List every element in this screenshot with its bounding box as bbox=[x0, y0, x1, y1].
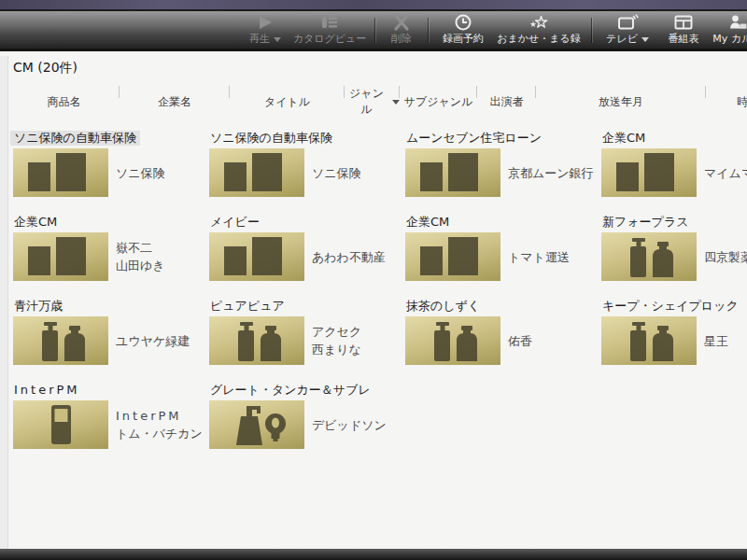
catalog-item[interactable]: 企業CM トマト運送 bbox=[405, 215, 601, 299]
catalog-item[interactable]: 青汁万歳 ユウヤケ緑建 bbox=[13, 299, 209, 383]
buildings-thumbnail[interactable] bbox=[601, 148, 697, 197]
item-company-line: デビッドソン bbox=[312, 416, 387, 434]
item-company-line: マイムマイ bbox=[704, 164, 747, 182]
buildings-thumbnail[interactable] bbox=[209, 232, 304, 281]
catalog-item[interactable]: メイビー あわわ不動産 bbox=[209, 215, 405, 299]
column-header-label: ジャンル bbox=[345, 86, 388, 118]
column-header-label: 時間 bbox=[737, 94, 747, 110]
clock-icon bbox=[452, 12, 474, 33]
buildings-thumbnail[interactable] bbox=[13, 232, 108, 281]
item-company-line: 佑香 bbox=[508, 332, 532, 350]
column-header-time[interactable]: 時間 bbox=[706, 83, 747, 121]
toolbar-button-catalog-view[interactable]: カタログビュー bbox=[290, 11, 369, 49]
toolbar-button-record-reserve[interactable]: 録画予約 bbox=[434, 11, 492, 49]
item-company: 佑香 bbox=[508, 332, 532, 350]
item-body: ソニ保険 bbox=[13, 148, 209, 197]
catalog-item[interactable]: ピュアピュア アクセク西まりな bbox=[209, 299, 405, 383]
toolbar-separator bbox=[428, 18, 429, 43]
bottles-thumbnail[interactable] bbox=[209, 316, 304, 365]
item-company: ユウヤケ緑建 bbox=[116, 332, 190, 350]
tv-icon bbox=[616, 12, 639, 33]
page-title: CM (20件) bbox=[13, 60, 747, 77]
play-icon bbox=[254, 12, 276, 33]
item-company: InterPMトム・バチカン bbox=[116, 407, 203, 442]
column-header-broadcast[interactable]: 放送年月 bbox=[536, 83, 706, 121]
column-header-product[interactable]: 商品名 bbox=[8, 83, 120, 121]
item-title: 企業CM bbox=[14, 215, 57, 230]
item-company-line: ユウヤケ緑建 bbox=[116, 332, 190, 350]
item-company: デビッドソン bbox=[312, 416, 387, 434]
catalog-item[interactable]: ムーンセブン住宅ローン 京都ムーン銀行 bbox=[405, 131, 601, 215]
column-header-company[interactable]: 企業名 bbox=[120, 83, 230, 121]
item-body: デビッドソン bbox=[209, 400, 405, 449]
chevron-down-icon bbox=[641, 37, 649, 42]
toolbar-button-label: 録画予約 bbox=[443, 34, 484, 45]
toolbar-button-tv[interactable]: テレビ bbox=[598, 11, 657, 49]
guide-grid-icon bbox=[672, 12, 695, 33]
catalog-item[interactable]: InterPM InterPMトム・バチカン bbox=[13, 383, 209, 467]
bottles-thumbnail[interactable] bbox=[13, 316, 108, 365]
window-left-frame bbox=[0, 56, 8, 549]
item-company: ソニ保険 bbox=[116, 164, 165, 182]
item-title: グレート・タンカー＆サブレ bbox=[210, 383, 371, 398]
item-company: ソニ保険 bbox=[312, 164, 361, 182]
phone-thumbnail[interactable] bbox=[13, 400, 108, 449]
items-grid: ソニ保険の自動車保険 ソニ保険 ソニ保険の自動車保険 ソニ保険 ムーンセブン住宅… bbox=[13, 131, 747, 467]
column-header-subgenre[interactable]: サブジャンル bbox=[400, 83, 477, 121]
column-header-performer[interactable]: 出演者 bbox=[477, 83, 536, 121]
item-title: キープ・シェイプロック bbox=[602, 299, 739, 314]
item-company-line: 京都ムーン銀行 bbox=[508, 164, 594, 182]
column-header-genre[interactable]: ジャンル bbox=[345, 83, 400, 121]
window-top-strip bbox=[0, 0, 747, 9]
catalog-item[interactable]: 企業CM マイムマイ bbox=[601, 131, 747, 215]
catalog-item[interactable]: 抹茶のしずく 佑香 bbox=[405, 299, 601, 383]
toolbar-separator bbox=[374, 18, 375, 43]
buildings-thumbnail[interactable] bbox=[405, 232, 500, 281]
item-title: ソニ保険の自動車保険 bbox=[210, 131, 332, 146]
item-company: 四京製薬 bbox=[704, 248, 747, 266]
bottles-thumbnail[interactable] bbox=[601, 232, 697, 281]
catalog-item[interactable]: グレート・タンカー＆サブレ デビッドソン bbox=[209, 383, 405, 467]
column-header-label: 放送年月 bbox=[599, 94, 643, 110]
item-body: 佑香 bbox=[405, 316, 601, 365]
column-header-label: 商品名 bbox=[48, 94, 81, 110]
toolbar-button-delete[interactable]: 削除 bbox=[381, 11, 422, 49]
item-title: 企業CM bbox=[602, 131, 645, 146]
bottles-thumbnail[interactable] bbox=[601, 316, 697, 365]
content-area: CM (20件) 商品名 企業名 タイトル ジャンル サブジャンル 出演者 放送… bbox=[8, 56, 747, 549]
toolbar-button-play[interactable]: 再生 bbox=[240, 11, 290, 49]
catalog-item[interactable]: 新フォープラス 四京製薬 bbox=[601, 215, 747, 299]
person-icon bbox=[726, 12, 747, 33]
item-company: マイムマイ bbox=[704, 164, 747, 182]
catalog-item[interactable]: ソニ保険の自動車保険 ソニ保険 bbox=[13, 131, 209, 215]
item-company-line: 嶽不二 bbox=[116, 239, 165, 257]
item-body: 四京製薬 bbox=[601, 232, 747, 281]
catalog-item[interactable]: ソニ保険の自動車保険 ソニ保険 bbox=[209, 131, 405, 215]
toolbar-button-label: 番組表 bbox=[669, 34, 699, 45]
column-header-title[interactable]: タイトル bbox=[230, 83, 345, 121]
column-header-label: 企業名 bbox=[158, 94, 191, 110]
catalog-item[interactable]: キープ・シェイプロック 星王 bbox=[601, 299, 747, 383]
stars-icon bbox=[528, 12, 550, 33]
catalog-item[interactable]: 企業CM 嶽不二山田ゆき bbox=[13, 215, 209, 299]
buildings-thumbnail[interactable] bbox=[405, 148, 500, 197]
chevron-down-icon bbox=[274, 37, 281, 42]
toolbar-button-omakase-maruroku[interactable]: おまかせ・まる録 bbox=[492, 11, 585, 49]
item-company-line: トム・バチカン bbox=[116, 425, 203, 442]
item-body: マイムマイ bbox=[601, 148, 747, 197]
buildings-thumbnail[interactable] bbox=[13, 148, 108, 197]
item-body: 星王 bbox=[601, 316, 747, 365]
delete-icon bbox=[390, 12, 413, 33]
window-bottom-bar bbox=[0, 549, 747, 560]
item-company: 京都ムーン銀行 bbox=[508, 164, 594, 182]
item-company-line: 山田ゆき bbox=[116, 257, 165, 274]
buildings-thumbnail[interactable] bbox=[209, 148, 304, 197]
bottles-thumbnail[interactable] bbox=[405, 316, 500, 365]
toolbar-button-program-guide[interactable]: 番組表 bbox=[657, 11, 710, 49]
item-company-line: 四京製薬 bbox=[704, 248, 747, 266]
item-body: アクセク西まりな bbox=[209, 316, 405, 365]
toolbar-button-my-karte[interactable]: My カルテ bbox=[710, 11, 747, 49]
item-company-line: InterPM bbox=[116, 407, 203, 425]
item-title: 抹茶のしずく bbox=[406, 299, 480, 314]
dispenser-thumbnail[interactable] bbox=[209, 400, 304, 449]
